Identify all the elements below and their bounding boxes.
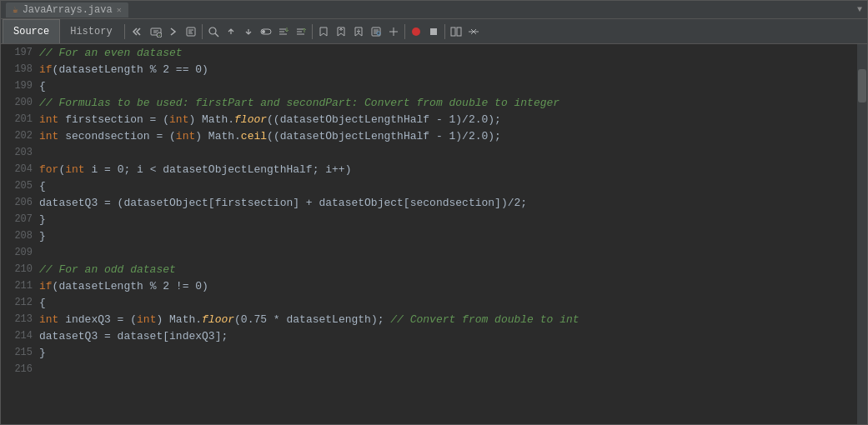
toolbar-btn-prev[interactable] <box>148 23 164 40</box>
svg-rect-11 <box>430 28 437 35</box>
line-number: 197 <box>1 47 39 58</box>
toolbar-btn-replace[interactable] <box>275 23 292 40</box>
toolbar-btn-todo[interactable]: ? <box>368 23 384 40</box>
toolbar-btn-search[interactable] <box>205 23 222 40</box>
svg-point-1 <box>157 32 162 38</box>
code-editor[interactable]: 197 // For an even dataset 198 if(datase… <box>1 44 867 424</box>
toolbar-separator-4 <box>404 24 405 39</box>
toolbar-btn-bookmark-prev[interactable] <box>333 23 349 40</box>
line-number: 214 <box>1 330 39 342</box>
toolbar-icons: ? <box>130 23 482 40</box>
toolbar-separator-3 <box>312 24 313 39</box>
line-row: 205 { <box>1 178 857 194</box>
toolbar-btn-next[interactable] <box>165 23 182 40</box>
svg-point-3 <box>209 28 216 34</box>
line-row: 199 { <box>1 78 857 94</box>
svg-line-4 <box>215 33 218 37</box>
svg-point-6 <box>262 30 265 33</box>
svg-point-10 <box>412 28 420 36</box>
toolbar: Source History <box>1 19 867 44</box>
toolbar-btn-diff[interactable] <box>448 23 464 40</box>
line-number: 204 <box>1 163 39 175</box>
line-row: 215 } <box>1 344 857 361</box>
line-number: 198 <box>1 63 39 75</box>
vertical-scrollbar[interactable] <box>857 44 867 424</box>
main-window: ☕ JavaArrays.java ✕ ▼ Source History <box>0 0 868 425</box>
svg-rect-12 <box>451 28 455 36</box>
title-bar: ☕ JavaArrays.java ✕ ▼ <box>1 1 867 19</box>
tab-source[interactable]: Source <box>3 19 60 43</box>
toolbar-separator-1 <box>124 24 125 39</box>
toolbar-btn-bookmark-next[interactable] <box>350 23 367 40</box>
toolbar-separator-2 <box>202 24 203 39</box>
line-number: 202 <box>1 130 39 142</box>
line-number: 216 <box>1 363 39 375</box>
line-row: 211 if(datasetLength % 2 != 0) <box>1 278 857 294</box>
line-row: 206 datasetQ3 = (datasetObject[firstsect… <box>1 194 857 211</box>
line-number: 210 <box>1 263 39 275</box>
toolbar-btn-run[interactable] <box>408 23 424 40</box>
toolbar-btn-format[interactable] <box>183 23 199 40</box>
line-number: 207 <box>1 213 39 225</box>
line-row: 198 if(datasetLength % 2 == 0) <box>1 61 857 78</box>
line-row: 204 for(int i = 0; i < datasetObjectLeng… <box>1 161 857 178</box>
line-number: 206 <box>1 197 39 208</box>
toolbar-separator-5 <box>444 24 445 39</box>
toolbar-btn-toggle[interactable] <box>258 23 274 40</box>
line-row: 216 <box>1 361 857 378</box>
line-number: 213 <box>1 313 39 325</box>
line-number: 203 <box>1 147 39 158</box>
toolbar-btn-find-next[interactable] <box>240 23 257 40</box>
line-number: 201 <box>1 113 39 125</box>
line-row: 209 <box>1 244 857 261</box>
toolbar-btn-stop[interactable] <box>425 23 442 40</box>
file-tab[interactable]: ☕ JavaArrays.java ✕ <box>6 2 128 18</box>
line-row: 203 <box>1 144 857 161</box>
line-row: 214 datasetQ3 = dataset[indexQ3]; <box>1 328 857 344</box>
line-number: 199 <box>1 80 39 92</box>
line-number: 212 <box>1 297 39 308</box>
java-file-icon: ☕ <box>13 4 18 15</box>
toolbar-btn-merge[interactable] <box>465 23 482 40</box>
line-number: 209 <box>1 247 39 258</box>
toolbar-btn-tasks[interactable] <box>385 23 402 40</box>
line-number: 215 <box>1 347 39 358</box>
toolbar-btn-bookmark[interactable] <box>315 23 332 40</box>
line-row: 202 int secondsection = (int) Math.ceil(… <box>1 128 857 144</box>
line-row: 207 } <box>1 211 857 228</box>
file-tab-label: JavaArrays.java <box>23 4 113 16</box>
svg-rect-13 <box>457 28 461 36</box>
tab-history[interactable]: History <box>60 19 122 43</box>
line-number: 200 <box>1 97 39 108</box>
line-row: 200 // Formulas to be used: firstPart an… <box>1 94 857 111</box>
toolbar-btn-find-prev[interactable] <box>223 23 239 40</box>
line-row: 213 int indexQ3 = (int) Math.floor(0.75 … <box>1 311 857 328</box>
line-row: 210 // For an odd dataset <box>1 261 857 278</box>
line-number: 208 <box>1 230 39 242</box>
line-row: 201 int firstsection = (int) Math.floor(… <box>1 111 857 128</box>
toolbar-btn-replace2[interactable] <box>293 23 309 40</box>
scroll-arrow-icon: ▼ <box>857 5 862 14</box>
line-number: 211 <box>1 280 39 292</box>
scrollbar-thumb[interactable] <box>858 69 866 102</box>
close-tab-button[interactable]: ✕ <box>117 5 122 15</box>
line-row: 212 { <box>1 294 857 311</box>
line-row: 197 // For an even dataset <box>1 44 857 61</box>
toolbar-btn-back[interactable] <box>130 23 147 40</box>
line-number: 205 <box>1 180 39 192</box>
line-row: 208 } <box>1 228 857 244</box>
